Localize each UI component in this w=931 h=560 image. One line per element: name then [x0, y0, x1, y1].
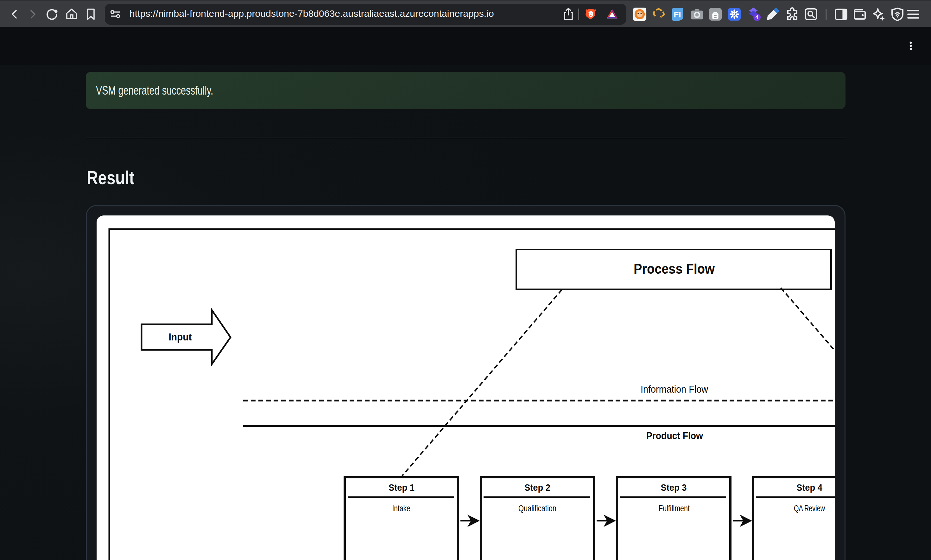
svg-text:4: 4 [756, 14, 759, 20]
svg-text:Step 3: Step 3 [661, 482, 687, 492]
svg-text:Step 2: Step 2 [524, 482, 550, 492]
svg-text:Step 4: Step 4 [797, 482, 822, 492]
svg-text:Step 1: Step 1 [389, 482, 415, 492]
svg-text:Input: Input [169, 331, 192, 343]
svg-text:Qualification: Qualification [519, 503, 556, 513]
svg-text:Information Flow: Information Flow [641, 383, 708, 395]
svg-text:Product Flow: Product Flow [646, 430, 703, 442]
svg-text:Intake: Intake [392, 503, 411, 513]
svg-text:Process Flow: Process Flow [634, 261, 715, 277]
svg-text:QA Review: QA Review [794, 503, 825, 513]
svg-text:Fulfillment: Fulfillment [659, 503, 690, 513]
svg-text:FI: FI [674, 10, 681, 19]
